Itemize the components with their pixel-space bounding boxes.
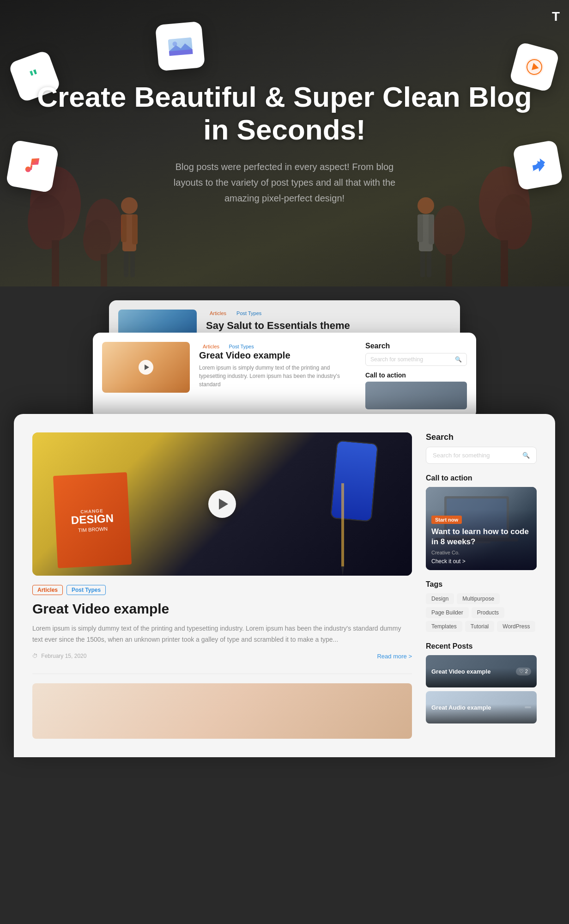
blog-hero-image: CHANGE DESIGN TIM BROWN [32, 432, 412, 576]
share-icon [526, 153, 550, 177]
second-post-image [32, 683, 412, 739]
svg-point-3 [85, 199, 122, 254]
tags-cloud: Design Multipurpose Page Builder Product… [426, 593, 537, 632]
svg-point-9 [433, 206, 465, 256]
svg-rect-8 [501, 240, 508, 286]
preview-mid-search-label: Search [365, 342, 467, 350]
blog-post-date: ⏱ February 15, 2020 [32, 653, 86, 659]
recent-post-2-badge [525, 706, 531, 708]
search-icon-mid: 🔍 [455, 356, 462, 363]
play-button-mid[interactable] [139, 360, 153, 375]
svg-rect-30 [30, 165, 33, 170]
tag-multipurpose[interactable]: Multipurpose [457, 593, 500, 604]
music-icon [19, 153, 45, 179]
pen-decoration [338, 483, 347, 576]
recent-post-1-title: Great Video example [431, 668, 490, 675]
preview-mid-sidebar: Search Search for something 🔍 Call to ac… [365, 342, 467, 409]
sidebar-tags-label: Tags [426, 580, 537, 589]
book-design-label: DESIGN [71, 512, 114, 526]
svg-rect-13 [121, 214, 127, 242]
hero-section: T [0, 0, 569, 286]
tag-products[interactable]: Products [472, 607, 504, 618]
read-more-link[interactable]: Read more > [377, 653, 412, 660]
blog-post-tags: Articles Post Types [32, 585, 412, 595]
cta-overlay: Start now Want to learn how to code in 8… [426, 510, 537, 570]
tag-design[interactable]: Design [426, 593, 454, 604]
book-author: TIM BROWN [78, 526, 108, 533]
blog-post-title: Great Video example [32, 600, 412, 618]
design-book: CHANGE DESIGN TIM BROWN [53, 472, 132, 568]
svg-rect-20 [429, 214, 434, 244]
logo: T [552, 9, 560, 24]
preview-mid-search-box[interactable]: Search for something 🔍 [365, 353, 467, 366]
floating-card-music [6, 140, 59, 193]
cta-link-text: Check it out > [431, 558, 466, 565]
tag-posttypes-mid: Post Types [225, 343, 258, 350]
search-icon-sidebar: 🔍 [522, 452, 530, 459]
preview-mid-title: Great Video example [199, 350, 356, 361]
recent-post-2-title: Great Audio example [431, 704, 491, 711]
svg-rect-5 [101, 254, 107, 286]
cta-source: Creative Co. [431, 550, 531, 555]
svg-point-1 [28, 194, 65, 249]
hero-title: Create Beautiful & Super Clean Blog in S… [37, 80, 532, 146]
svg-point-7 [495, 194, 532, 249]
svg-point-17 [418, 197, 434, 214]
preview-mid-content: Articles Post Types Great Video example … [199, 342, 356, 409]
svg-rect-2 [52, 240, 59, 286]
tag-page-builder[interactable]: Page Builder [426, 607, 469, 618]
preview-card-mid: Articles Post Types Great Video example … [93, 333, 476, 419]
tag-tutorial[interactable]: Tutorial [465, 621, 495, 632]
tree-right-2 [430, 194, 467, 286]
svg-rect-10 [446, 254, 452, 286]
cta-background-image: Start now Want to learn how to code in 8… [426, 487, 537, 570]
tag-posttypes-back: Post Types [233, 310, 265, 317]
preview-back-title: Say Salut to Essentials theme [206, 320, 451, 332]
sidebar-search-box[interactable]: Search for something 🔍 [426, 447, 537, 464]
person-left [115, 194, 143, 277]
cta-heading: Want to learn how to code in 8 weeks? [431, 527, 531, 547]
person-right [412, 194, 440, 277]
sidebar-cta-card: Start now Want to learn how to code in 8… [426, 487, 537, 570]
blog-tag-posttypes[interactable]: Post Types [67, 585, 106, 595]
tag-wordpress[interactable]: WordPress [497, 621, 535, 632]
floating-card-share [512, 140, 563, 190]
preview-mid-cta-img [365, 382, 467, 409]
blog-tag-articles[interactable]: Articles [32, 585, 63, 595]
image-icon [166, 34, 194, 59]
recent-post-1-overlay: Great Video example ♡ 2 [426, 655, 537, 687]
recent-post-2[interactable]: Great Audio example [426, 691, 537, 723]
sidebar-cta-label: Call to action [426, 474, 537, 482]
blog-main-content: CHANGE DESIGN TIM BROWN Articles Post Ty… [32, 432, 412, 739]
play-button-main[interactable] [208, 490, 236, 518]
tree-left-2 [83, 185, 125, 286]
recent-post-1[interactable]: Great Video example ♡ 2 [426, 655, 537, 687]
play-icon [522, 55, 547, 79]
svg-rect-12 [122, 214, 136, 251]
cta-start-now-badge: Start now [431, 516, 462, 524]
recent-post-1-badge: ♡ 2 [516, 668, 531, 675]
svg-rect-14 [132, 214, 138, 244]
preview-mid-cta-label: Call to action [365, 371, 467, 379]
preview-stack: Articles Post Types Say Salut to Essenti… [0, 286, 569, 428]
blog-post-text: Lorem ipsum is simply dummy text of the … [32, 623, 412, 645]
tag-articles-mid: Articles [199, 343, 223, 350]
preview-mid-tags: Articles Post Types [199, 342, 356, 350]
svg-marker-32 [341, 566, 344, 576]
svg-rect-15 [124, 251, 128, 277]
preview-back-tags: Articles Post Types [206, 310, 451, 317]
svg-point-11 [121, 197, 138, 214]
sidebar-search-label: Search [426, 432, 537, 442]
svg-rect-19 [418, 214, 423, 242]
svg-point-4 [83, 219, 111, 261]
svg-rect-25 [168, 37, 192, 51]
clock-icon: ⏱ [32, 653, 38, 659]
phone-mockup [330, 440, 378, 522]
svg-rect-16 [130, 251, 135, 277]
cta-link[interactable]: Check it out > [431, 558, 531, 565]
tag-templates[interactable]: Templates [426, 621, 462, 632]
preview-mid-search-placeholder: Search for something [370, 356, 423, 363]
hero-subtitle: Blog posts were perfected in every aspec… [164, 159, 405, 206]
tag-articles-back: Articles [206, 310, 230, 317]
svg-rect-31 [341, 483, 344, 566]
